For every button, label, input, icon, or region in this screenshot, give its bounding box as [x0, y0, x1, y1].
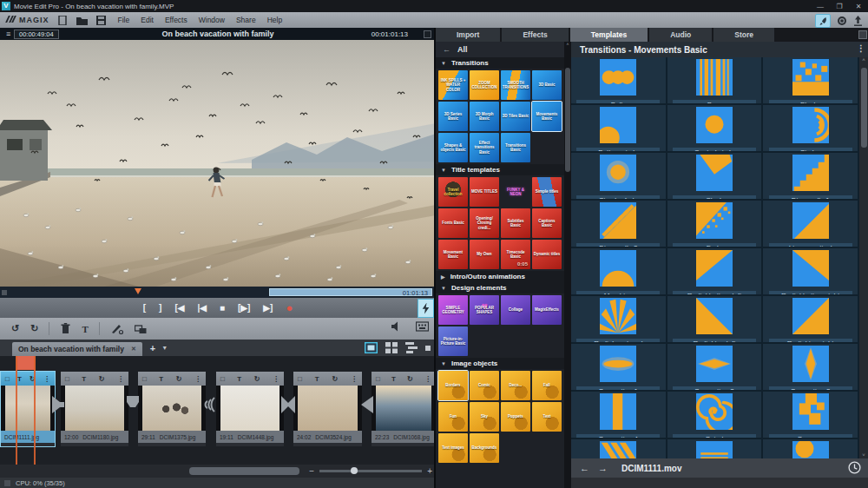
- undo-button[interactable]: ↺: [11, 323, 19, 334]
- transition-tile[interactable]: [763, 439, 859, 458]
- tab-effects[interactable]: Effects: [502, 28, 568, 42]
- record-screen-icon[interactable]: [837, 16, 847, 26]
- add-movie-button[interactable]: +: [150, 343, 155, 353]
- template-category-tile[interactable]: Sky: [470, 402, 499, 432]
- transition-indicator-icon[interactable]: [204, 396, 218, 417]
- template-category-tile[interactable]: SIMPLE GEOMETRY: [438, 295, 468, 325]
- title-icon[interactable]: T: [315, 375, 319, 383]
- close-button[interactable]: ✕: [849, 3, 868, 10]
- menu-kebab-icon[interactable]: ⋮: [117, 375, 124, 383]
- menu-share[interactable]: Share: [236, 16, 256, 24]
- transition-tile-separation-2[interactable]: Separation 2: [667, 344, 764, 392]
- detach-panel-icon[interactable]: [425, 346, 431, 351]
- current-timecode[interactable]: 00:00:49:04: [14, 30, 59, 39]
- jump-end-button[interactable]: ▶]: [263, 303, 273, 313]
- transition-tile-blocks[interactable]: Blocks: [763, 57, 859, 105]
- effects-icon[interactable]: □: [376, 375, 380, 383]
- template-category-tile[interactable]: Movements Basic: [532, 102, 562, 131]
- template-category-tile[interactable]: Timecode Basic0:05: [501, 240, 530, 269]
- timeline-clip[interactable]: □T↻⋮22:23DCIM1068.jpg: [372, 372, 436, 446]
- transition-tile-squares[interactable]: Squares: [763, 392, 859, 439]
- template-category-tile[interactable]: FUNKY & NEON: [501, 177, 530, 207]
- template-category-tile[interactable]: Shapes & objects Basic: [438, 133, 468, 162]
- mark-out-button[interactable]: ]: [159, 303, 161, 313]
- template-category-tile[interactable]: 3D Basic: [532, 70, 562, 100]
- save-project-icon[interactable]: [95, 16, 107, 25]
- rotate-icon[interactable]: ↻: [407, 375, 413, 383]
- transition-tile-diagonally-1[interactable]: Diagonally 1: [763, 153, 859, 201]
- new-project-icon[interactable]: [57, 16, 69, 25]
- minimize-button[interactable]: —: [811, 3, 830, 10]
- preview-render-button[interactable]: [418, 299, 434, 318]
- template-category-tile[interactable]: Fall: [532, 371, 562, 400]
- timeline-scroll-thumb[interactable]: [189, 467, 299, 475]
- effects-icon[interactable]: □: [142, 375, 147, 383]
- transition-tile-circular-fade[interactable]: Circular fade: [571, 153, 667, 201]
- template-category-tile[interactable]: ZOOM COLLECTION: [470, 70, 499, 100]
- project-tab-close-icon[interactable]: ✕: [131, 346, 136, 353]
- rotate-icon[interactable]: ↻: [176, 375, 182, 383]
- dock-panel-icon[interactable]: [858, 30, 867, 39]
- maximize-button[interactable]: ❐: [830, 3, 849, 10]
- movie-list-dropdown-icon[interactable]: ▼: [161, 345, 168, 351]
- tab-templates[interactable]: Templates: [570, 28, 648, 42]
- template-category-tile[interactable]: Transitions Basic: [501, 133, 530, 162]
- template-category-tile[interactable]: Test images: [438, 433, 468, 463]
- transition-tile-bars[interactable]: Bars: [667, 57, 764, 105]
- menu-kebab-icon[interactable]: ⋮: [351, 375, 358, 383]
- storyboard-mode-icon[interactable]: [385, 342, 398, 353]
- title-icon[interactable]: T: [159, 375, 163, 383]
- transition-tile[interactable]: [667, 439, 764, 458]
- templates-scrollbar[interactable]: ˄˅: [859, 57, 868, 458]
- mark-in-button[interactable]: [: [143, 303, 146, 313]
- transition-tile-morphing[interactable]: Morphing: [571, 248, 667, 296]
- effects-icon[interactable]: □: [220, 375, 225, 383]
- duration-clock-icon[interactable]: [848, 461, 861, 474]
- template-category-tile[interactable]: 3D Tiles Basic: [501, 102, 530, 131]
- project-tab[interactable]: On beach vacation with family ✕: [12, 342, 142, 356]
- timeline-clip[interactable]: □T↻⋮DCIM1111.jpg: [1, 372, 55, 446]
- transition-tile-fade[interactable]: Fade: [667, 201, 764, 248]
- rotate-icon[interactable]: ↻: [332, 375, 338, 383]
- template-category-tile[interactable]: Picture-in- Picture Basic: [438, 326, 468, 356]
- template-category-tile[interactable]: Puppets: [501, 402, 530, 432]
- playback-range-marker[interactable]: [16, 356, 36, 370]
- effects-icon[interactable]: □: [65, 375, 69, 383]
- template-category-tile[interactable]: MagixEffects: [532, 295, 562, 325]
- timeline-clip[interactable]: □T↻⋮29:11DCIM1375.jpg: [138, 372, 206, 446]
- sidebar-scrollbar[interactable]: ˄: [564, 42, 571, 488]
- section-header-transitions[interactable]: ▼Transitions: [436, 57, 564, 69]
- template-category-tile[interactable]: Travel collection: [438, 177, 468, 207]
- template-category-tile[interactable]: ♥POPULAR SHAPES: [470, 295, 499, 325]
- template-category-tile[interactable]: Dynamic titles: [532, 240, 562, 269]
- transition-tile-linear-vertical[interactable]: Linear vertical: [763, 201, 859, 248]
- section-header-intro-outro-animations[interactable]: ▶Intro/Outro animations: [436, 271, 564, 282]
- templates-scroll-thumb[interactable]: [861, 68, 867, 148]
- menu-file[interactable]: File: [118, 16, 130, 24]
- transition-tile-diagonally-2[interactable]: Diagonally 2: [571, 201, 667, 248]
- menu-kebab-icon[interactable]: ⋮: [43, 375, 50, 383]
- group-objects-icon[interactable]: [135, 324, 147, 334]
- transition-tile[interactable]: [571, 439, 667, 458]
- redo-button[interactable]: ↻: [30, 323, 38, 334]
- rotate-icon[interactable]: ↻: [254, 375, 260, 383]
- quick-start-button[interactable]: [815, 14, 831, 28]
- zoom-out-button[interactable]: −: [309, 466, 314, 476]
- menu-effects[interactable]: Effects: [165, 16, 187, 24]
- timeline-clip[interactable]: □T↻⋮24:02DCIM3524.jpg: [293, 372, 362, 446]
- transition-tile-separation-1[interactable]: Separation 1: [571, 344, 667, 392]
- section-header-image-objects[interactable]: ▼Image objects: [436, 358, 564, 369]
- title-icon[interactable]: T: [17, 375, 22, 383]
- transition-tile-radial-centered[interactable]: Radial centered: [571, 296, 667, 344]
- scrub-playhead-icon[interactable]: [135, 288, 141, 294]
- next-file-button[interactable]: →: [598, 463, 608, 473]
- mute-speaker-icon[interactable]: [391, 321, 402, 332]
- template-category-tile[interactable]: Text: [532, 402, 562, 432]
- template-category-tile[interactable]: MOVE TITLES: [470, 177, 499, 207]
- timeline-scrollbar[interactable]: − +: [0, 465, 436, 478]
- transition-tile-balls[interactable]: Balls: [571, 57, 667, 105]
- template-category-tile[interactable]: Opening/ Closing credi...: [470, 208, 499, 238]
- transition-indicator-icon[interactable]: [126, 396, 140, 417]
- scrub-range-segment[interactable]: 01:01:13: [269, 288, 432, 296]
- back-icon[interactable]: ←: [443, 45, 450, 54]
